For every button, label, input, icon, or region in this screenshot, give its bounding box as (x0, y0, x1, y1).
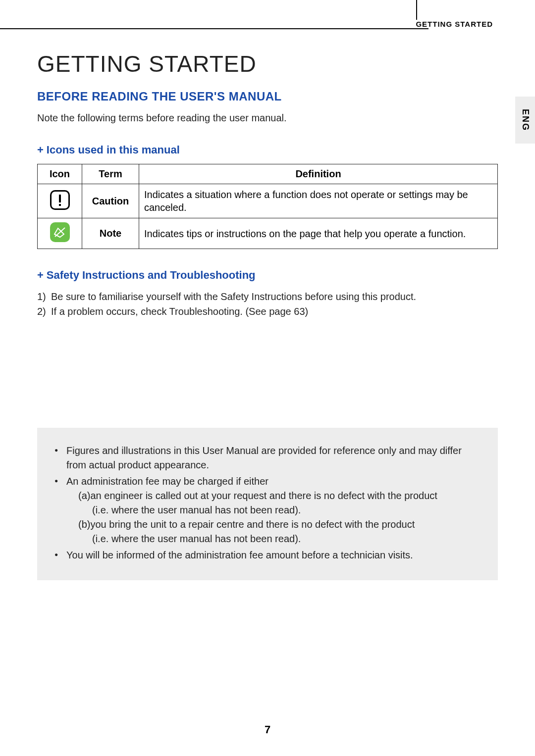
safety-list: 1) Be sure to familiarise yourself with … (37, 289, 498, 319)
notice-item-2: An administration fee may be charged if … (66, 476, 268, 487)
term-cell-caution: Caution (82, 184, 139, 218)
sub-point-a: (a)an engineer is called out at your req… (78, 489, 481, 503)
plus-marker: + (37, 269, 44, 281)
plus-marker: + (37, 144, 44, 156)
running-header: GETTING STARTED (37, 20, 498, 28)
page-container: GETTING STARTED GETTING STARTED BEFORE R… (0, 0, 535, 600)
icons-table: Icon Term Definition Caution Indicates a… (37, 164, 498, 249)
term-cell-note: Note (82, 218, 139, 249)
sub-point-b: (b)you bring the unit to a repair centre… (78, 517, 481, 532)
safety-num-1: 1) (37, 289, 51, 304)
sub-heading-safety: +Safety Instructions and Troubleshooting (37, 269, 498, 282)
section-heading-before-reading: BEFORE READING THE USER'S MANUAL (37, 90, 498, 103)
icon-cell-note (38, 218, 82, 249)
safety-num-2: 2) (37, 304, 51, 319)
th-definition: Definition (139, 164, 498, 184)
list-item: 2) If a problem occurs, check Troublesho… (37, 304, 498, 319)
safety-text-2: If a problem occurs, check Troubleshooti… (51, 304, 308, 319)
notice-box: Figures and illustrations in this User M… (37, 428, 498, 580)
th-term: Term (82, 164, 139, 184)
sub-heading-icons: +Icons used in this manual (37, 144, 498, 156)
table-header-row: Icon Term Definition (38, 164, 498, 184)
list-item: 1) Be sure to familiarise yourself with … (37, 289, 498, 304)
table-row: Caution Indicates a situation where a fu… (38, 184, 498, 218)
def-cell-caution: Indicates a situation where a function d… (139, 184, 498, 218)
sub-a-continuation: (i.e. where the user manual has not been… (78, 503, 481, 517)
list-item: An administration fee may be charged if … (54, 474, 481, 546)
sub-b-continuation: (i.e. where the user manual has not been… (78, 532, 481, 546)
page-title: GETTING STARTED (37, 50, 498, 77)
list-item: You will be informed of the administrati… (54, 548, 481, 562)
sub-heading-icons-text: Icons used in this manual (47, 144, 180, 156)
header-rule-left (0, 28, 428, 29)
list-item: Figures and illustrations in this User M… (54, 444, 481, 472)
table-row: Note Indicates tips or instructions on t… (38, 218, 498, 249)
sub-a-label: (a) (78, 490, 90, 501)
safety-text-1: Be sure to familiarise yourself with the… (51, 289, 416, 304)
caution-icon (50, 190, 70, 210)
intro-text: Note the following terms before reading … (37, 112, 498, 124)
sub-a-text: an engineer is called out at your reques… (90, 490, 437, 501)
sub-b-text: you bring the unit to a repair centre an… (90, 519, 415, 530)
sub-b-label: (b) (78, 519, 90, 530)
note-icon (50, 222, 70, 242)
th-icon: Icon (38, 164, 82, 184)
def-cell-note: Indicates tips or instructions on the pa… (139, 218, 498, 249)
header-rule-right (416, 0, 535, 20)
page-number: 7 (0, 723, 535, 736)
icon-cell-caution (38, 184, 82, 218)
sub-heading-safety-text: Safety Instructions and Troubleshooting (47, 269, 256, 281)
